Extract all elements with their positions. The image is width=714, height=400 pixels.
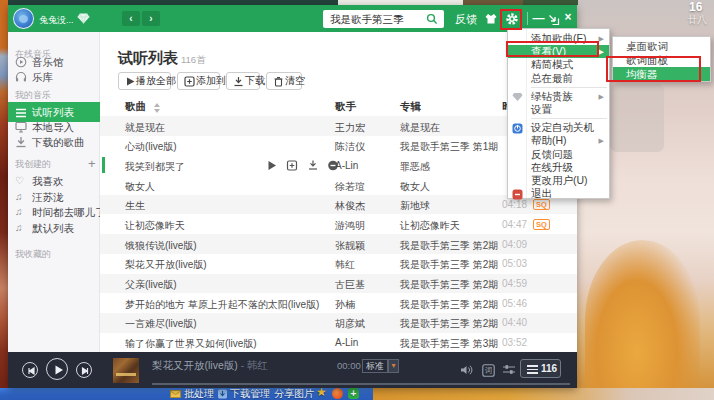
play-all-button[interactable]: 播放全部 [118,72,171,90]
album-cell[interactable]: 新地球 [400,199,430,213]
album-cell[interactable]: 敬女人 [400,180,430,194]
row-play-icon[interactable] [267,160,277,171]
back-button[interactable]: ‹ [122,11,140,26]
next-button[interactable] [76,362,92,378]
menu-item-green-diamond[interactable]: 绿钻贵族▶ [508,90,609,103]
album-cell[interactable]: 就是现在 [400,121,440,135]
menu-item-auto-shutdown[interactable]: 设定自动关机 [508,121,609,134]
table-row[interactable]: 我笑到都哭了 A-Lin 罪恶感 [100,155,577,175]
sidebar-item-downloaded[interactable]: 下载的歌曲 [8,134,100,151]
sidebar-item-favorites[interactable]: ♡ 我喜欢 [8,173,100,190]
artist-cell[interactable]: 陈洁仪 [335,140,365,154]
song-cell[interactable]: 我笑到都哭了 [125,160,185,174]
search-input[interactable]: 我是歌手第三季 [330,13,404,27]
album-cell[interactable]: 我是歌手第三季 第2期 [400,239,498,253]
menu-item-exit[interactable]: 退出 [508,187,609,200]
table-row[interactable]: 梨花又开放(live版) 韩红 我是歌手第三季 第2期 05:03 [100,254,577,274]
song-cell[interactable]: 饿狼传说(live版) [125,239,197,253]
table-row[interactable]: 一言难尽(live版) 胡彦斌 我是歌手第三季 第2期 04:40 [100,313,577,333]
volume-icon[interactable] [460,364,474,376]
quality-dropdown-arrow[interactable]: ▾ [388,359,399,373]
progress-bar[interactable] [152,383,570,385]
artist-cell[interactable]: 孙楠 [335,298,355,312]
close-button[interactable]: × [561,10,575,25]
sidebar-item-library[interactable]: 乐库 [8,69,100,86]
add-to-button[interactable]: 添加到 [177,72,220,90]
download-button[interactable]: 下载 [226,72,260,90]
artist-cell[interactable]: 张靓颖 [335,239,365,253]
song-cell[interactable]: 梦开始的地方 草原上升起不落的太阳(live版) [125,298,319,312]
menu-item-feedback[interactable]: 反馈问题 [508,148,609,161]
browser-tray-icon[interactable] [332,388,343,399]
skin-icon[interactable] [484,12,498,26]
username[interactable]: 兔兔没... [39,14,74,27]
minimize-button[interactable]: — [532,11,545,25]
vip-diamond-icon[interactable] [77,13,90,24]
sidebar-item-playlist-2[interactable]: ♫ 时间都去哪儿了 [8,204,100,221]
album-cell[interactable]: 罪恶感 [400,160,430,174]
lyrics-icon[interactable]: 词 [482,364,495,377]
taskbar-item-batch[interactable]: 批处理 [184,388,214,400]
album-cell[interactable]: 让初恋像昨天 [400,219,460,233]
forward-button[interactable]: › [142,11,160,26]
album-art[interactable] [113,358,139,383]
feedback-link[interactable]: 反馈 [455,12,477,27]
menu-item-mini-mode[interactable]: 精简模式 [508,58,609,71]
song-cell[interactable]: 就是现在 [125,121,165,135]
equalizer-icon[interactable] [502,364,516,376]
taskbar-item-download-manager[interactable]: 下载管理 [230,388,270,400]
search-icon[interactable] [426,13,438,25]
table-row[interactable]: 心动(live版) 陈洁仪 我是歌手第三季 第1期 [100,136,577,156]
album-cell[interactable]: 我是歌手第三季 第2期 [400,278,498,292]
previous-button[interactable] [22,362,38,378]
artist-cell[interactable]: 游鸿明 [335,219,365,233]
menu-item-switch-user[interactable]: 更改用户(U) [508,174,609,187]
table-row[interactable]: 敬女人 徐若瑄 敬女人 [100,175,577,195]
song-cell[interactable]: 生生 [125,199,145,213]
table-row[interactable]: 父亲(live版) 古巨基 我是歌手第三季 第2期 04:59 [100,274,577,294]
song-cell[interactable]: 心动(live版) [125,140,177,154]
mini-mode-icon[interactable] [547,13,561,27]
table-row[interactable]: 生生 林俊杰 新地球 04:18 SQ [100,195,577,215]
submenu-item-desktop-lyrics[interactable]: 桌面歌词 [613,39,710,53]
song-cell[interactable]: 让初恋像昨天 [125,219,185,233]
now-playing-title[interactable]: 梨花又开放(live版) - 韩红 [152,359,268,373]
artist-cell[interactable]: A-Lin [335,337,358,348]
artist-cell[interactable]: 韩红 [335,258,355,272]
avatar[interactable] [13,8,34,29]
menu-item-help[interactable]: 帮助(H)▶ [508,134,609,147]
search-box[interactable]: 我是歌手第三季 [323,10,444,28]
table-row[interactable]: 梦开始的地方 草原上升起不落的太阳(live版) 孙楠 我是歌手第三季 第2期 … [100,293,577,313]
artist-cell[interactable]: 林俊杰 [335,199,365,213]
header-song[interactable]: 歌曲 [125,100,146,114]
menu-item-always-on-top[interactable]: 总在最前 [508,72,609,85]
artist-cell[interactable]: 王力宏 [335,121,365,135]
song-cell[interactable]: 梨花又开放(live版) [125,258,207,272]
row-download-icon[interactable] [307,160,319,171]
song-cell[interactable]: 父亲(live版) [125,278,177,292]
now-playing-artist[interactable]: - 韩红 [241,359,268,371]
artist-cell[interactable]: 古巨基 [335,278,365,292]
sort-icon[interactable] [154,103,160,113]
quality-selector[interactable]: 标准▾ [362,359,388,373]
row-add-icon[interactable] [286,160,298,171]
song-cell[interactable]: 一言难尽(live版) [125,317,197,331]
table-row[interactable]: 饿狼传说(live版) 张靓颖 我是歌手第三季 第2期 04:09 [100,234,577,254]
album-cell[interactable]: 我是歌手第三季 第2期 [400,298,498,312]
artist-cell[interactable]: A-Lin [335,160,358,171]
menu-item-settings[interactable]: 设置 [508,103,609,116]
artist-cell[interactable]: 胡彦斌 [335,317,365,331]
sidebar-item-playlist-3[interactable]: ♫ 默认列表 [8,220,100,237]
table-row[interactable]: 就是现在 王力宏 就是现在 [100,116,577,136]
album-cell[interactable]: 我是歌手第三季 第3期 [400,337,498,351]
menu-item-online-update[interactable]: 在线升级 [508,161,609,174]
album-cell[interactable]: 我是歌手第三季 第2期 [400,317,498,331]
add-playlist-button[interactable]: + [88,156,96,171]
artist-cell[interactable]: 徐若瑄 [335,180,365,194]
taskbar-item-share-pictures[interactable]: 分享图片 [274,388,314,400]
header-artist[interactable]: 歌手 [335,100,356,114]
album-cell[interactable]: 我是歌手第三季 第1期 [400,140,498,154]
table-row[interactable]: 让初恋像昨天 游鸿明 让初恋像昨天 04:47 SQ [100,214,577,234]
song-cell[interactable]: 输了你赢了世界又如何(live版) [125,337,257,351]
playlist-toggle[interactable]: 116 [520,359,561,378]
